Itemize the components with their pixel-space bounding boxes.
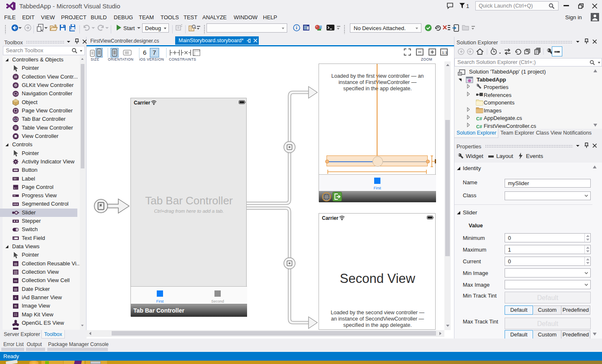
svg-text:C#: C# xyxy=(476,116,482,121)
svg-text:6: 6 xyxy=(143,49,146,56)
svg-text:C#: C# xyxy=(476,124,482,129)
svg-text:7: 7 xyxy=(153,49,156,56)
svg-text:1:1: 1:1 xyxy=(442,51,447,55)
